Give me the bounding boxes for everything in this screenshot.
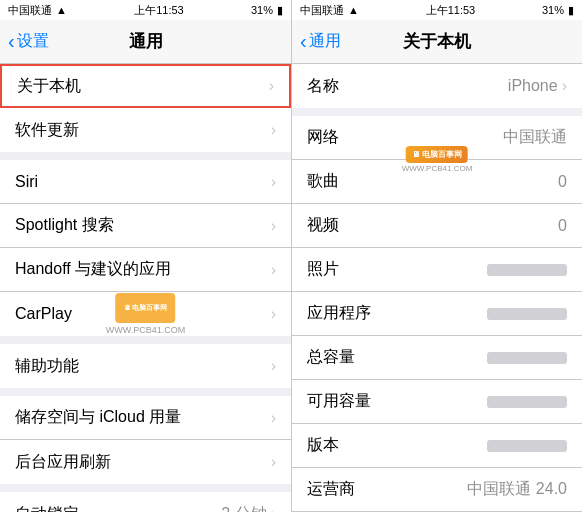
list-item-about[interactable]: 关于本机 ›	[0, 64, 291, 108]
about-item-version: 版本	[292, 424, 582, 468]
photos-value	[487, 264, 567, 276]
time-right: 上午11:53	[426, 3, 476, 18]
back-button-left[interactable]: ‹ 设置	[8, 30, 49, 53]
siri-chevron: ›	[271, 173, 276, 191]
back-label-left: 设置	[17, 31, 49, 52]
videos-value: 0	[558, 217, 567, 235]
available-value	[487, 396, 567, 408]
list-item-accessibility[interactable]: 辅助功能 ›	[0, 344, 291, 388]
gap-1	[0, 152, 291, 160]
left-list-content: 关于本机 › 软件更新 › Siri › Spotlight 搜索 › Hand…	[0, 64, 291, 512]
version-value	[487, 440, 567, 452]
total-label: 总容量	[307, 347, 355, 368]
gap-4	[0, 484, 291, 492]
apps-label: 应用程序	[307, 303, 371, 324]
about-item-apps: 应用程序	[292, 292, 582, 336]
section-about: 关于本机 › 软件更新 ›	[0, 64, 291, 152]
autolock-label: 自动锁定	[15, 504, 79, 513]
gap-3	[0, 388, 291, 396]
carrier-right: 中国联通	[300, 3, 344, 18]
spotlight-chevron: ›	[271, 217, 276, 235]
back-chevron-left: ‹	[8, 30, 15, 53]
carrier-label: 运营商	[307, 479, 355, 500]
nav-title-left: 通用	[129, 30, 163, 53]
list-item-background[interactable]: 后台应用刷新 ›	[0, 440, 291, 484]
list-item-siri[interactable]: Siri ›	[0, 160, 291, 204]
nav-bar-right: ‹ 通用 关于本机	[292, 20, 582, 64]
about-item-carrier: 运营商 中国联通 24.0	[292, 468, 582, 512]
list-item-spotlight[interactable]: Spotlight 搜索 ›	[0, 204, 291, 248]
section-name: 名称 iPhone ›	[292, 64, 582, 108]
software-chevron: ›	[271, 121, 276, 139]
battery-right: 31%	[542, 4, 564, 16]
list-item-autolock[interactable]: 自动锁定 2 分钟 ›	[0, 492, 291, 512]
carrier-value: 中国联通 24.0	[467, 479, 567, 500]
about-item-songs: 歌曲 0	[292, 160, 582, 204]
section-info: 网络 中国联通 歌曲 0 视频 0 🖥 电脑百事网 WWW.PCB41.COM …	[292, 116, 582, 512]
autolock-value: 2 分钟	[221, 504, 266, 513]
section-storage: 储存空间与 iCloud 用量 › 后台应用刷新 ›	[0, 396, 291, 484]
name-value: iPhone	[508, 77, 558, 95]
section-accessibility: 辅助功能 ›	[0, 344, 291, 388]
handoff-label: Handoff 与建议的应用	[15, 259, 171, 280]
available-label: 可用容量	[307, 391, 371, 412]
back-button-right[interactable]: ‹ 通用	[300, 30, 341, 53]
siri-label: Siri	[15, 173, 38, 191]
watermark-left: 🖥 电脑百事网 WWW.PCB41.COM	[106, 293, 186, 335]
about-item-total: 总容量	[292, 336, 582, 380]
about-item-name[interactable]: 名称 iPhone ›	[292, 64, 582, 108]
accessibility-chevron: ›	[271, 357, 276, 375]
carplay-chevron: ›	[271, 305, 276, 323]
list-item-carplay[interactable]: CarPlay › 🖥 电脑百事网 WWW.PCB41.COM	[0, 292, 291, 336]
carrier-left: 中国联通	[8, 3, 52, 18]
storage-chevron: ›	[271, 409, 276, 427]
background-label: 后台应用刷新	[15, 452, 111, 473]
about-label: 关于本机	[17, 76, 81, 97]
songs-label: 歌曲	[307, 171, 339, 192]
wifi-icon-right: ▲	[348, 4, 359, 16]
songs-value: 0	[558, 173, 567, 191]
name-value-group: iPhone ›	[508, 77, 567, 95]
status-right-right: 31% ▮	[542, 4, 574, 17]
battery-icon-right: ▮	[568, 4, 574, 17]
handoff-chevron: ›	[271, 261, 276, 279]
about-item-videos: 视频 0	[292, 204, 582, 248]
about-item-photos: 照片	[292, 248, 582, 292]
battery-left: 31%	[251, 4, 273, 16]
status-bar-left: 中国联通 ▲ 上午11:53 31% ▮	[0, 0, 291, 20]
videos-label: 视频	[307, 215, 339, 236]
about-item-available: 可用容量	[292, 380, 582, 424]
nav-title-right: 关于本机	[403, 30, 471, 53]
version-label: 版本	[307, 435, 339, 456]
right-list-content: 名称 iPhone › 网络 中国联通 歌曲 0 视频 0	[292, 64, 582, 512]
watermark-url: WWW.PCB41.COM	[106, 325, 186, 335]
accessibility-label: 辅助功能	[15, 356, 79, 377]
status-right-left: 中国联通 ▲	[300, 3, 359, 18]
name-chevron: ›	[562, 77, 567, 95]
spotlight-label: Spotlight 搜索	[15, 215, 114, 236]
time-left: 上午11:53	[134, 3, 184, 18]
status-right-left: 31% ▮	[251, 4, 283, 17]
carplay-label: CarPlay	[15, 305, 72, 323]
section-siri: Siri › Spotlight 搜索 › Handoff 与建议的应用 › C…	[0, 160, 291, 336]
autolock-chevron: ›	[271, 505, 276, 512]
battery-icon-left: ▮	[277, 4, 283, 17]
about-chevron: ›	[269, 77, 274, 95]
list-item-storage[interactable]: 储存空间与 iCloud 用量 ›	[0, 396, 291, 440]
total-value	[487, 352, 567, 364]
gap-r1	[292, 108, 582, 116]
nav-bar-left: ‹ 设置 通用	[0, 20, 291, 64]
background-chevron: ›	[271, 453, 276, 471]
left-panel: 中国联通 ▲ 上午11:53 31% ▮ ‹ 设置 通用 关于本机 › 软件更新…	[0, 0, 291, 512]
watermark-logo: 🖥 电脑百事网	[115, 293, 175, 323]
list-item-software[interactable]: 软件更新 ›	[0, 108, 291, 152]
status-left: 中国联通 ▲	[8, 3, 67, 18]
network-label: 网络	[307, 127, 339, 148]
about-item-network: 网络 中国联通	[292, 116, 582, 160]
list-item-handoff[interactable]: Handoff 与建议的应用 ›	[0, 248, 291, 292]
status-bar-right: 中国联通 ▲ 上午11:53 31% ▮	[292, 0, 582, 20]
apps-value	[487, 308, 567, 320]
network-value: 中国联通	[503, 127, 567, 148]
back-chevron-right: ‹	[300, 30, 307, 53]
software-label: 软件更新	[15, 120, 79, 141]
